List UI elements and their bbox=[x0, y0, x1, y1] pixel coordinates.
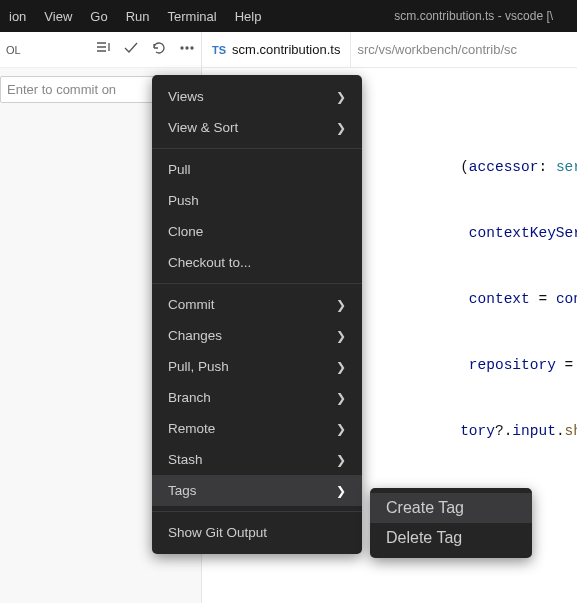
tags-submenu: Create Tag Delete Tag bbox=[370, 488, 532, 558]
menu-item-help[interactable]: Help bbox=[226, 0, 271, 32]
chevron-right-icon: ❯ bbox=[336, 391, 346, 405]
scm-toolbar: OL bbox=[0, 32, 201, 68]
window-title: scm.contribution.ts - vscode [\ bbox=[270, 9, 577, 23]
editor-tab[interactable]: TS scm.contribution.ts bbox=[202, 32, 351, 67]
sub-create-tag[interactable]: Create Tag bbox=[370, 493, 532, 523]
refresh-icon[interactable] bbox=[151, 40, 167, 60]
cm-push[interactable]: Push bbox=[152, 185, 362, 216]
cm-changes[interactable]: Changes❯ bbox=[152, 320, 362, 351]
cm-remote[interactable]: Remote❯ bbox=[152, 413, 362, 444]
more-icon[interactable] bbox=[179, 40, 195, 60]
chevron-right-icon: ❯ bbox=[336, 121, 346, 135]
menu-item-run[interactable]: Run bbox=[117, 0, 159, 32]
cm-show-git-output[interactable]: Show Git Output bbox=[152, 517, 362, 548]
sub-delete-tag[interactable]: Delete Tag bbox=[370, 523, 532, 553]
chevron-right-icon: ❯ bbox=[336, 329, 346, 343]
menu-item[interactable]: ion bbox=[0, 0, 35, 32]
cm-views[interactable]: Views❯ bbox=[152, 81, 362, 112]
editor-tabs: TS scm.contribution.ts src/vs/workbench/… bbox=[202, 32, 577, 68]
menubar: ion View Go Run Terminal Help scm.contri… bbox=[0, 0, 577, 32]
menu-separator bbox=[152, 283, 362, 284]
menu-item-view[interactable]: View bbox=[35, 0, 81, 32]
cm-clone[interactable]: Clone bbox=[152, 216, 362, 247]
tree-view-icon[interactable] bbox=[95, 40, 111, 60]
menu-separator bbox=[152, 148, 362, 149]
chevron-right-icon: ❯ bbox=[336, 422, 346, 436]
ts-file-icon: TS bbox=[212, 44, 226, 56]
cm-view-sort[interactable]: View & Sort❯ bbox=[152, 112, 362, 143]
svg-point-0 bbox=[181, 47, 183, 49]
cm-pull-push[interactable]: Pull, Push❯ bbox=[152, 351, 362, 382]
scm-panel-label: OL bbox=[6, 44, 21, 56]
menu-item-terminal[interactable]: Terminal bbox=[159, 0, 226, 32]
cm-tags[interactable]: Tags❯ bbox=[152, 475, 362, 506]
cm-commit[interactable]: Commit❯ bbox=[152, 289, 362, 320]
tab-filename: scm.contribution.ts bbox=[232, 42, 340, 57]
menu-item-go[interactable]: Go bbox=[81, 0, 116, 32]
chevron-right-icon: ❯ bbox=[336, 360, 346, 374]
cm-stash[interactable]: Stash❯ bbox=[152, 444, 362, 475]
chevron-right-icon: ❯ bbox=[336, 298, 346, 312]
chevron-right-icon: ❯ bbox=[336, 453, 346, 467]
chevron-right-icon: ❯ bbox=[336, 484, 346, 498]
cm-branch[interactable]: Branch❯ bbox=[152, 382, 362, 413]
menu-separator bbox=[152, 511, 362, 512]
svg-point-2 bbox=[191, 47, 193, 49]
breadcrumb[interactable]: src/vs/workbench/contrib/sc bbox=[351, 42, 517, 57]
cm-checkout[interactable]: Checkout to... bbox=[152, 247, 362, 278]
chevron-right-icon: ❯ bbox=[336, 90, 346, 104]
svg-point-1 bbox=[186, 47, 188, 49]
commit-check-icon[interactable] bbox=[123, 40, 139, 60]
cm-pull[interactable]: Pull bbox=[152, 154, 362, 185]
context-menu: Views❯ View & Sort❯ Pull Push Clone Chec… bbox=[152, 75, 362, 554]
